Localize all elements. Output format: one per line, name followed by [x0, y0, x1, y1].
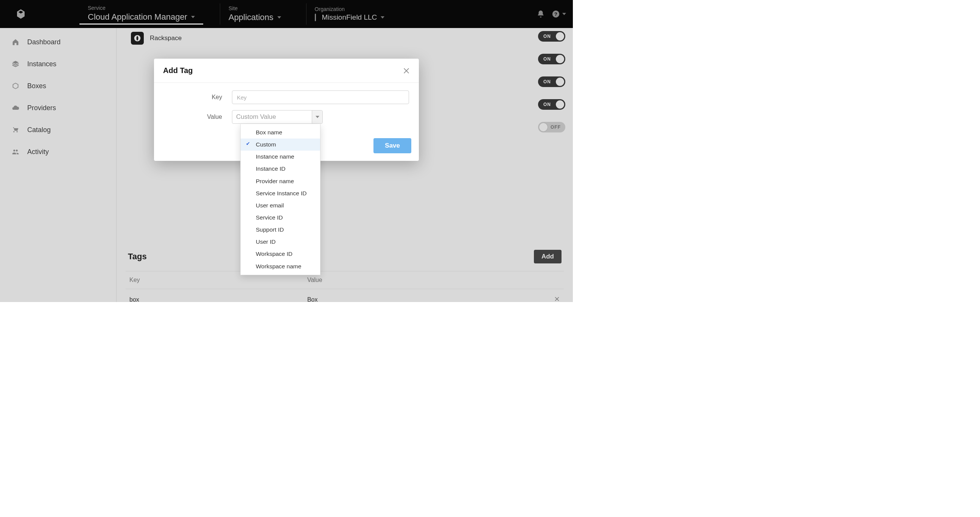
dropdown-option[interactable]: Workspace ID	[241, 248, 320, 260]
value-label: Value	[164, 113, 232, 120]
dropdown-option[interactable]: User ID	[241, 236, 320, 248]
value-select-text: Custom Value	[236, 113, 276, 121]
value-dropdown: Box nameCustomInstance nameInstance IDPr…	[240, 124, 320, 275]
chevron-down-icon	[312, 111, 322, 123]
dropdown-option[interactable]: Workspace name	[241, 260, 320, 272]
dropdown-option[interactable]: Custom	[241, 138, 320, 151]
dropdown-option[interactable]: Service Instance ID	[241, 187, 320, 199]
dropdown-option[interactable]: Instance name	[241, 151, 320, 163]
dropdown-option[interactable]: User email	[241, 199, 320, 212]
modal-title: Add Tag	[163, 66, 193, 75]
key-label: Key	[164, 94, 232, 101]
save-button[interactable]: Save	[374, 138, 411, 153]
key-input[interactable]	[232, 91, 409, 104]
dropdown-option[interactable]: Box name	[241, 126, 320, 138]
dropdown-option[interactable]: Instance ID	[241, 163, 320, 175]
dropdown-option[interactable]: Provider name	[241, 175, 320, 187]
value-select[interactable]: Custom Value	[232, 110, 323, 124]
close-icon[interactable]	[403, 67, 410, 74]
dropdown-option[interactable]: Support ID	[241, 224, 320, 236]
dropdown-option[interactable]: Service ID	[241, 212, 320, 224]
